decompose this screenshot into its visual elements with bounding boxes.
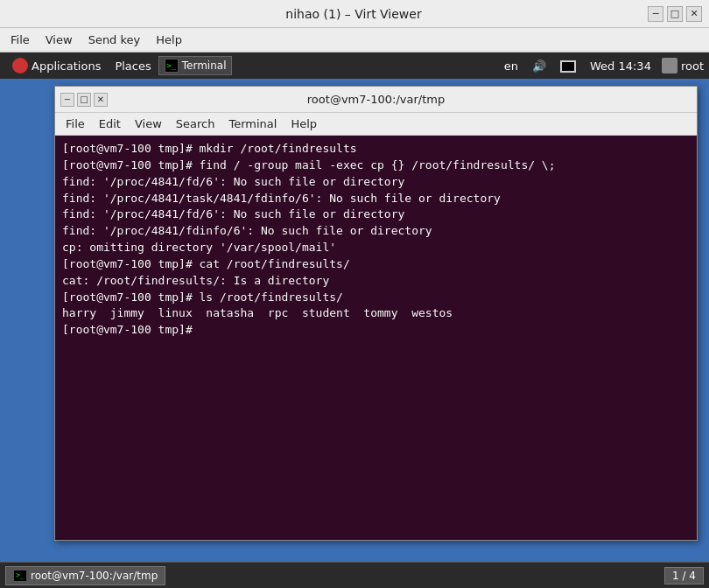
terminal-title-bar: − □ ✕ root@vm7-100:/var/tmp bbox=[55, 87, 697, 113]
virt-menu-file[interactable]: File bbox=[4, 32, 37, 48]
applications-menu[interactable]: Applications bbox=[5, 56, 108, 75]
panel-monitor-icon[interactable] bbox=[557, 59, 579, 73]
terminal-small-icon: >_ bbox=[165, 59, 179, 73]
virt-close-button[interactable]: ✕ bbox=[686, 6, 702, 22]
virt-menu-view[interactable]: View bbox=[39, 32, 80, 48]
virt-viewer-menubar: File View Send key Help bbox=[0, 28, 709, 52]
desktop: − □ ✕ root@vm7-100:/var/tmp File Edit Vi… bbox=[0, 79, 709, 562]
virt-viewer-win-controls: − □ ✕ bbox=[648, 6, 702, 22]
taskbar-right: 1 / 4 bbox=[664, 567, 704, 584]
term-menu-help[interactable]: Help bbox=[284, 116, 324, 132]
terminal-menubar: File Edit View Search Terminal Help bbox=[55, 113, 697, 136]
term-menu-search[interactable]: Search bbox=[169, 116, 222, 132]
term-menu-terminal[interactable]: Terminal bbox=[221, 116, 284, 132]
terminal-launcher[interactable]: >_ Terminal bbox=[158, 56, 233, 75]
terminal-minimize-button[interactable]: − bbox=[60, 93, 74, 107]
terminal-win-controls-left: − □ ✕ bbox=[60, 93, 108, 107]
virt-menu-help[interactable]: Help bbox=[149, 32, 189, 48]
taskbar-terminal-icon: >_ bbox=[13, 570, 27, 582]
terminal-close-button[interactable]: ✕ bbox=[94, 93, 108, 107]
taskbar-terminal-label: root@vm7-100:/var/tmp bbox=[31, 570, 158, 582]
terminal-content[interactable]: [root@vm7-100 tmp]# mkdir /root/findresu… bbox=[55, 136, 697, 540]
panel-left: Applications Places >_ Terminal bbox=[5, 56, 501, 75]
page-indicator[interactable]: 1 / 4 bbox=[664, 567, 704, 584]
vm-screen: Applications Places >_ Terminal en 🔊 Wed… bbox=[0, 52, 709, 588]
applications-label: Applications bbox=[32, 60, 101, 73]
terminal-window: − □ ✕ root@vm7-100:/var/tmp File Edit Vi… bbox=[54, 86, 698, 541]
terminal-maximize-button[interactable]: □ bbox=[77, 93, 91, 107]
term-menu-edit[interactable]: Edit bbox=[92, 116, 128, 132]
places-menu[interactable]: Places bbox=[108, 58, 158, 74]
panel-datetime[interactable]: Wed 14:34 bbox=[586, 60, 655, 73]
virt-menu-sendkey[interactable]: Send key bbox=[81, 32, 148, 48]
taskbar: >_ root@vm7-100:/var/tmp 1 / 4 bbox=[0, 562, 709, 588]
term-menu-file[interactable]: File bbox=[59, 116, 92, 132]
panel-sound-icon[interactable]: 🔊 bbox=[529, 60, 550, 73]
panel-user[interactable]: root bbox=[662, 58, 704, 74]
virt-minimize-button[interactable]: − bbox=[648, 6, 663, 22]
panel-lang[interactable]: en bbox=[501, 60, 522, 73]
virt-maximize-button[interactable]: □ bbox=[667, 6, 683, 22]
terminal-launcher-label: Terminal bbox=[182, 60, 227, 72]
panel-right: en 🔊 Wed 14:34 root bbox=[501, 58, 704, 74]
virt-viewer-title: nihao (1) – Virt Viewer bbox=[60, 7, 648, 21]
virt-viewer-window: nihao (1) – Virt Viewer − □ ✕ File View … bbox=[0, 0, 709, 588]
term-menu-view[interactable]: View bbox=[128, 116, 169, 132]
taskbar-terminal-item[interactable]: >_ root@vm7-100:/var/tmp bbox=[5, 566, 165, 585]
terminal-title: root@vm7-100:/var/tmp bbox=[108, 93, 644, 106]
gnome-top-panel: Applications Places >_ Terminal en 🔊 Wed… bbox=[0, 52, 709, 79]
applications-icon bbox=[12, 58, 28, 74]
virt-viewer-title-bar: nihao (1) – Virt Viewer − □ ✕ bbox=[0, 0, 709, 28]
panel-user-label: root bbox=[681, 60, 704, 73]
panel-user-icon bbox=[662, 58, 677, 74]
